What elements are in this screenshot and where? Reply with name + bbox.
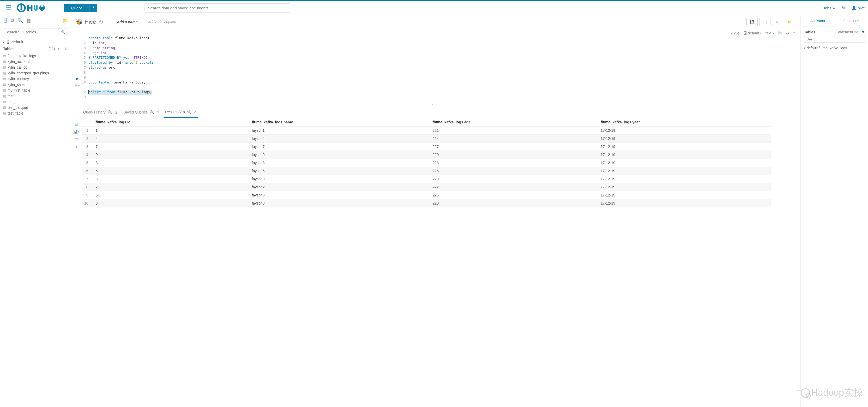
query-dropdown[interactable]: ▼: [89, 4, 97, 12]
editor-refresh-icon[interactable]: ↻: [99, 19, 103, 25]
assistant-search-input[interactable]: [804, 36, 865, 43]
gear-icon[interactable]: ⚙: [786, 31, 789, 35]
new-doc-button[interactable]: 📄: [759, 18, 771, 26]
engine-label[interactable]: 🐝 Hive ↻: [76, 19, 103, 25]
table-row[interactable]: 108fayson822817-12-19: [82, 199, 771, 207]
settings-button[interactable]: ⚙: [772, 18, 782, 26]
cell: 220: [430, 151, 598, 159]
tab-query-history[interactable]: Query History 🔍 🗑: [82, 107, 120, 117]
table-item[interactable]: ▦kylin_sales: [0, 82, 71, 87]
table-search-button[interactable]: 🔍: [58, 28, 68, 36]
copy-icon[interactable]: ⧉: [11, 18, 14, 24]
table-item[interactable]: ▦test_parquet: [0, 105, 71, 111]
table-item[interactable]: ▦my_first_table: [0, 87, 71, 93]
cell: 2: [82, 134, 93, 143]
tab-assistant[interactable]: Assistant: [801, 15, 835, 27]
table-name: test_table: [7, 111, 24, 115]
open-folder-button[interactable]: 📁: [784, 18, 795, 26]
user-menu[interactable]: 👤 hive: [851, 5, 865, 10]
editor-body: ▶ ⚑▾ 1create table flume_kafka_logs(2 id…: [71, 35, 800, 103]
help-icon[interactable]: ?: [793, 31, 795, 35]
flag-icon[interactable]: ⚑▾: [74, 84, 80, 88]
tab-saved-queries[interactable]: Saved Queries 🔍 ↻: [122, 107, 161, 117]
columns-icon[interactable]: ▥: [75, 137, 78, 142]
global-search-input[interactable]: [144, 3, 290, 12]
run-button[interactable]: ▶: [76, 76, 79, 81]
tab-results[interactable]: Results (20) 🔍 ⤢: [163, 107, 198, 118]
history-icon[interactable]: ↻: [842, 5, 845, 10]
table-item[interactable]: ▦test_table: [0, 111, 71, 116]
table-row[interactable]: 24fayson422417-12-19: [82, 134, 771, 143]
table-icon: ▦: [3, 100, 6, 103]
refresh-icon[interactable]: ↻: [65, 47, 68, 51]
search-icon[interactable]: 🔍: [108, 110, 112, 114]
table-row[interactable]: 95fayson522517-12-19: [82, 191, 771, 199]
table-item[interactable]: ▦test_a: [0, 99, 71, 105]
expand-icon[interactable]: ⤢: [193, 110, 197, 114]
tables-label: Tables: [3, 47, 14, 51]
table-name: test_a: [7, 100, 18, 104]
table-row[interactable]: 37fayson722717-12-19: [82, 143, 771, 151]
type-selector[interactable]: text ▾: [766, 31, 774, 35]
table-row[interactable]: 11fayson122117-12-19: [82, 126, 771, 134]
search-icon[interactable]: 🔍: [18, 18, 23, 24]
table-row[interactable]: 66fayson622617-12-19: [82, 167, 771, 175]
column-header[interactable]: flume_kafka_logs.id: [93, 118, 249, 127]
table-icon: ▦: [3, 77, 6, 81]
cell: fayson7: [249, 143, 430, 151]
table-row[interactable]: 82fayson222217-12-19: [82, 183, 771, 191]
grid-icon[interactable]: ▦: [26, 18, 31, 24]
topbar-right: Jobs ⚙ ↻ 👤 hive: [823, 5, 865, 10]
folder-icon[interactable]: 📁: [62, 18, 68, 24]
db-name: default: [11, 40, 23, 44]
download-icon[interactable]: ⬇: [75, 145, 78, 149]
db-selector[interactable]: 🗄 default ▾: [743, 31, 762, 35]
plus-icon[interactable]: +: [61, 47, 63, 51]
run-gutter: ▶ ⚑▾: [74, 35, 81, 100]
trash-icon[interactable]: 🗑: [114, 110, 118, 114]
cell: 229: [430, 175, 598, 183]
table-item[interactable]: ▦kylin_cal_dt: [0, 64, 71, 70]
tab-functions[interactable]: Functions: [835, 15, 868, 27]
type-label: text: [766, 31, 772, 35]
query-button[interactable]: Query: [64, 4, 89, 12]
table-name: flume_kafka_logs: [7, 54, 36, 58]
refresh-icon[interactable]: ↻: [156, 110, 159, 114]
filter-icon[interactable]: ▼: [861, 30, 865, 34]
table-item[interactable]: ▦test: [0, 93, 71, 99]
doc-icon[interactable]: 📄: [778, 31, 782, 35]
search-icon[interactable]: 🔍: [187, 110, 191, 114]
name-input[interactable]: Add a name...: [117, 20, 141, 24]
table-search-input[interactable]: [3, 28, 58, 36]
chart-icon[interactable]: 📊▾: [73, 129, 80, 133]
code-editor[interactable]: 1create table flume_kafka_logs(2 id int,…: [81, 35, 797, 100]
table-item[interactable]: ▦kylin_account: [0, 59, 71, 64]
table-row[interactable]: 53fayson322317-12-19: [82, 159, 771, 167]
table-row[interactable]: 40fayson022017-12-19: [82, 151, 771, 159]
cell: fayson6: [249, 167, 430, 175]
chevron-left-icon[interactable]: ‹: [3, 40, 4, 44]
column-header[interactable]: flume_kafka_logs.name: [249, 118, 430, 127]
table-item[interactable]: ▦kylin_category_groupings: [0, 70, 71, 76]
cell: 10: [82, 199, 93, 207]
search-icon[interactable]: 🔍: [150, 110, 154, 114]
grid-view-icon[interactable]: ▦: [75, 122, 78, 126]
database-icon[interactable]: 🗄: [3, 18, 8, 24]
column-header[interactable]: [82, 118, 93, 127]
column-header[interactable]: flume_kafka_logs.year: [598, 118, 771, 127]
filter-icon[interactable]: ▾: [58, 47, 59, 51]
db-breadcrumb[interactable]: ‹ 🗄 default: [0, 38, 71, 46]
description-input[interactable]: Add a description...: [148, 20, 179, 24]
table-item[interactable]: ▦flume_kafka_logs: [0, 53, 71, 59]
jobs-link[interactable]: Jobs ⚙: [823, 5, 836, 10]
table-item[interactable]: ▦kylin_country: [0, 76, 71, 82]
hue-logo[interactable]: [17, 3, 45, 12]
assistant-table-item[interactable]: i default.flume_kafka_logs: [804, 45, 865, 51]
cell: 4: [93, 134, 249, 143]
menu-icon[interactable]: ☰: [3, 3, 14, 13]
column-header[interactable]: flume_kafka_logs.age: [430, 118, 598, 127]
table-row[interactable]: 79fayson922917-12-19: [82, 175, 771, 183]
save-button[interactable]: 💾: [746, 18, 758, 26]
cell: 1: [93, 126, 249, 134]
resize-handle[interactable]: • • •: [71, 103, 800, 107]
